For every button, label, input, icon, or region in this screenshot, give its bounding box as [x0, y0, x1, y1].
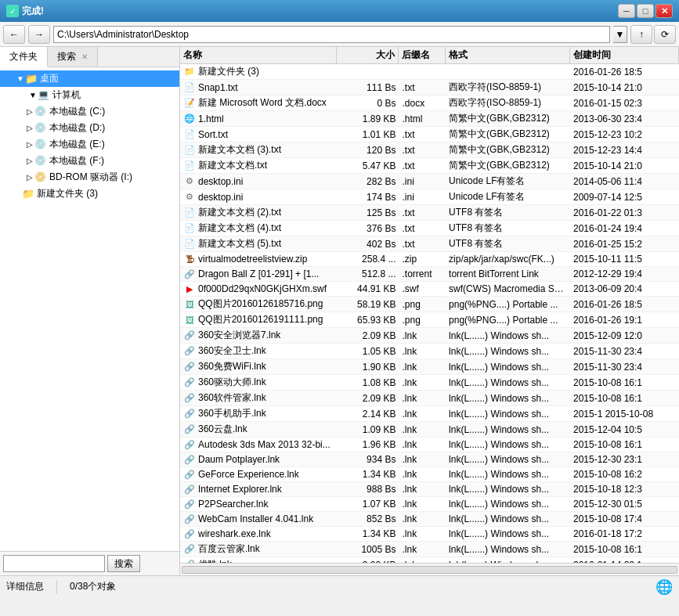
file-date: 2015-12-30 23:1	[570, 453, 679, 466]
file-row[interactable]: 🔗 360软件管家.lnk 2.09 KB .lnk lnk(L......) …	[180, 391, 679, 406]
tree-item-newfolder[interactable]: 📁 新建文件夹 (3)	[0, 186, 179, 202]
file-row[interactable]: 🔗 优酷.lnk 2.00 KB .lnk lnk(L......) Windo…	[180, 557, 679, 563]
file-row[interactable]: 🔗 wireshark.exe.lnk 1.34 KB .lnk lnk(L..…	[180, 527, 679, 542]
search-input[interactable]	[3, 555, 105, 572]
file-row[interactable]: ⚙ desktop.ini 174 Bs .ini Unicode LF有签名 …	[180, 189, 679, 205]
file-row[interactable]: 📄 新建文本文档 (3).txt 120 Bs .txt 简繁中文(GBK,GB…	[180, 142, 679, 158]
file-name: virtualmodetreelistview.zip	[198, 254, 307, 265]
file-date: 2015-10-14 21:0	[570, 160, 679, 172]
file-list-header: 名称 大小 后缀名 格式 创建时间	[180, 47, 679, 64]
file-name: 新建文本文档 (5).txt	[198, 237, 281, 250]
folder-tab[interactable]: 文件夹	[0, 47, 48, 67]
file-row[interactable]: 🔗 WebCam Installer 4.041.lnk 852 Bs .lnk…	[180, 512, 679, 527]
file-row[interactable]: 🔗 Dragon Ball Z [01-291] + [1... 512.8 .…	[180, 267, 679, 282]
maximize-button[interactable]: □	[637, 4, 654, 18]
file-row[interactable]: ▶ 0f000Dd29qxN0GKjGHXm.swf 44.91 KB .swf…	[180, 282, 679, 297]
file-row[interactable]: 📄 新建文本文档 (5).txt 402 Bs .txt UTF8 有签名 20…	[180, 236, 679, 252]
tree-item-drive-d[interactable]: ▷ 💿 本地磁盘 (D:)	[0, 120, 179, 136]
file-size: 125 Bs	[337, 207, 399, 219]
file-row[interactable]: 📄 Snap1.txt 111 Bs .txt 西欧字符(ISO-8859-1)…	[180, 80, 679, 95]
col-header-date[interactable]: 创建时间	[570, 47, 679, 63]
file-format: lnk(L......) Windows sh...	[446, 513, 570, 525]
details-label: 详细信息	[6, 580, 44, 593]
file-size: 174 Bs	[337, 191, 399, 204]
file-row[interactable]: 🔗 Daum Potplayer.lnk 934 Bs .lnk lnk(L..…	[180, 452, 679, 467]
col-header-ext[interactable]: 后缀名	[399, 47, 446, 63]
file-ext: .txt	[399, 144, 446, 157]
file-type-icon: 📄	[183, 144, 196, 157]
file-row[interactable]: 🔗 百度云管家.lnk 1005 Bs .lnk lnk(L......) Wi…	[180, 542, 679, 557]
file-type-icon: ⚙	[183, 191, 196, 204]
file-row[interactable]: 📄 新建文本文档 (2).txt 125 Bs .txt UTF8 有签名 20…	[180, 205, 679, 221]
back-button[interactable]: ←	[3, 25, 25, 44]
file-type-icon: ⚙	[183, 175, 196, 188]
search-tab[interactable]: 搜索 ✕	[48, 47, 98, 67]
col-header-name[interactable]: 名称	[180, 47, 337, 63]
file-row[interactable]: 🔗 360手机助手.lnk 2.14 KB .lnk lnk(L......) …	[180, 406, 679, 422]
file-type-icon: 📁	[183, 66, 196, 78]
file-row[interactable]: 🔗 360安全浏览器7.lnk 2.09 KB .lnk lnk(L......…	[180, 328, 679, 344]
file-ext: .txt	[399, 238, 446, 250]
forward-button[interactable]: →	[28, 25, 50, 44]
file-format: UTF8 有签名	[446, 236, 570, 251]
address-bar[interactable]	[53, 26, 610, 43]
file-row[interactable]: 📄 新建文本文档 (4).txt 376 Bs .txt UTF8 有签名 20…	[180, 221, 679, 236]
file-size: 282 Bs	[337, 175, 399, 188]
file-name: 360免费WiFi.lnk	[198, 360, 266, 373]
file-row[interactable]: 🔗 360云盘.lnk 1.09 KB .lnk lnk(L......) Wi…	[180, 422, 679, 438]
tree-label-desktop: 桌面	[40, 72, 59, 85]
file-row[interactable]: 📁 新建文件夹 (3) 2016-01-26 18:5	[180, 64, 679, 80]
col-header-format[interactable]: 格式	[446, 47, 570, 63]
file-name: Snap1.txt	[198, 82, 238, 93]
status-divider	[56, 580, 57, 594]
tree-item-computer[interactable]: ▼ 💻 计算机	[0, 87, 179, 103]
file-row[interactable]: 📄 Sort.txt 1.01 KB .txt 简繁中文(GBK,GB2312)…	[180, 127, 679, 142]
file-format: lnk(L......) Windows sh...	[446, 376, 570, 389]
file-row[interactable]: 🔗 Autodesk 3ds Max 2013 32-bi... 1.96 KB…	[180, 438, 679, 452]
file-row[interactable]: 🔗 360安全卫士.lnk 1.05 KB .lnk lnk(L......) …	[180, 344, 679, 359]
file-row[interactable]: 📝 新建 Microsoft Word 文档.docx 0 Bs .docx 西…	[180, 95, 679, 111]
col-header-size[interactable]: 大小	[337, 47, 399, 63]
file-ext: .lnk	[399, 453, 446, 466]
file-format: 简繁中文(GBK,GB2312)	[446, 111, 570, 126]
file-row[interactable]: 🖼 QQ图片20160126185716.png 58.19 KB .png p…	[180, 297, 679, 312]
file-size: 934 Bs	[337, 453, 399, 466]
file-name: 360安全浏览器7.lnk	[198, 329, 280, 342]
search-button[interactable]: 搜索	[107, 555, 140, 572]
file-row[interactable]: 🔗 Internet Explorer.lnk 988 Bs .lnk lnk(…	[180, 482, 679, 497]
refresh-button[interactable]: ⟳	[654, 25, 676, 44]
tree-item-drive-f[interactable]: ▷ 💿 本地磁盘 (F:)	[0, 153, 179, 169]
file-type-icon: 🔗	[183, 528, 196, 540]
file-type-icon: 📄	[183, 238, 196, 250]
horizontal-scrollbar[interactable]	[180, 563, 679, 575]
file-row[interactable]: 🖼 QQ图片20160126191111.png 65.93 KB .png p…	[180, 312, 679, 328]
file-row[interactable]: 🌐 1.html 1.89 KB .html 简繁中文(GBK,GB2312) …	[180, 111, 679, 127]
file-format: lnk(L......) Windows sh...	[446, 408, 570, 420]
file-row[interactable]: 📄 新建文本文档.txt 5.47 KB .txt 简繁中文(GBK,GB231…	[180, 158, 679, 174]
file-date: 2015-11-30 23:4	[570, 345, 679, 358]
search-tab-close[interactable]: ✕	[81, 52, 88, 61]
address-dropdown[interactable]: ▼	[613, 26, 627, 43]
file-format: 西欧字符(ISO-8859-1)	[446, 95, 570, 110]
file-ext: .txt	[399, 160, 446, 172]
file-row[interactable]: 🔗 GeForce Experience.lnk 1.34 KB .lnk ln…	[180, 467, 679, 482]
file-row[interactable]: ⚙ desktop.ini 282 Bs .ini Unicode LF有签名 …	[180, 174, 679, 189]
file-row[interactable]: 🔗 P2PSearcher.lnk 1.07 KB .lnk lnk(L....…	[180, 497, 679, 512]
file-list-body[interactable]: 📁 新建文件夹 (3) 2016-01-26 18:5 📄 Snap1.txt …	[180, 64, 679, 563]
file-type-icon: 📝	[183, 97, 196, 110]
tree-item-drive-i[interactable]: ▷ 📀 BD-ROM 驱动器 (I:)	[0, 169, 179, 186]
tree-item-desktop[interactable]: ▼ 📁 桌面	[0, 70, 179, 87]
minimize-button[interactable]: ─	[618, 4, 635, 18]
tree-item-drive-c[interactable]: ▷ 💿 本地磁盘 (C:)	[0, 103, 179, 120]
file-type-icon: 📄	[183, 128, 196, 141]
file-row[interactable]: 🔗 360驱动大师.lnk 1.08 KB .lnk lnk(L......) …	[180, 375, 679, 391]
tree-item-drive-e[interactable]: ▷ 💿 本地磁盘 (E:)	[0, 136, 179, 153]
file-date: 2015-10-11 11:5	[570, 253, 679, 265]
file-date: 2015-12-23 10:2	[570, 128, 679, 141]
close-button[interactable]: ✕	[656, 4, 673, 18]
file-row[interactable]: 🔗 360免费WiFi.lnk 1.90 KB .lnk lnk(L......…	[180, 359, 679, 375]
file-date: 2009-07-14 12:5	[570, 191, 679, 204]
file-ext	[399, 71, 446, 73]
file-row[interactable]: 🗜 virtualmodetreelistview.zip 258.4 ... …	[180, 252, 679, 267]
up-button[interactable]: ↑	[630, 25, 652, 44]
